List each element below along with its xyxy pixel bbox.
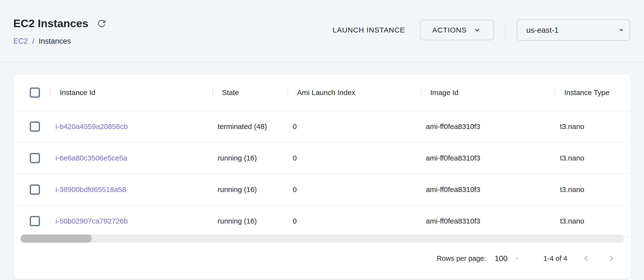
horizontal-scrollbar[interactable] bbox=[20, 234, 625, 243]
pagination: Rows per page: 100 1-4 of 4 bbox=[437, 250, 617, 266]
launch-instance-button[interactable]: LAUNCH INSTANCE bbox=[330, 26, 408, 34]
instance-type-cell: t3.nano bbox=[555, 154, 631, 162]
column-header-image-id[interactable]: Image Id bbox=[420, 74, 555, 111]
pagination-range: 1-4 of 4 bbox=[544, 254, 567, 262]
region-select-value: us-east-1 bbox=[526, 26, 558, 35]
instance-id-link[interactable]: i-6e6a80c3506e5ce5a bbox=[56, 154, 127, 162]
image-id-cell: ami-ff0fea8310f3 bbox=[420, 122, 555, 131]
table-row: i-6e6a80c3506e5ce5a running (16) 0 ami-f… bbox=[14, 143, 631, 174]
column-header-instance-id[interactable]: Instance Id bbox=[50, 74, 212, 111]
column-separator bbox=[555, 89, 556, 97]
scrollbar-thumb[interactable] bbox=[20, 234, 92, 243]
image-id-cell: ami-ff0fea8310f3 bbox=[420, 154, 555, 162]
refresh-icon[interactable] bbox=[96, 18, 108, 30]
image-id-cell: ami-ff0fea8310f3 bbox=[420, 217, 555, 225]
image-id-cell: ami-ff0fea8310f3 bbox=[420, 185, 555, 194]
actions-button[interactable]: ACTIONS bbox=[420, 20, 494, 40]
ami-launch-index-cell: 0 bbox=[288, 217, 420, 225]
state-cell: terminated (48) bbox=[212, 122, 288, 131]
arrow-dropdown-icon bbox=[513, 254, 521, 262]
column-header-ami-launch-index[interactable]: Ami Launch Index bbox=[288, 74, 420, 111]
instances-table-card: Instance Id State Ami Launch Index Image… bbox=[14, 74, 631, 279]
chevron-left-icon bbox=[581, 253, 592, 264]
instance-id-link[interactable]: i-b420a4559a20856cb bbox=[56, 122, 128, 130]
rows-per-page-select[interactable]: 100 bbox=[494, 254, 521, 263]
table-row: i-38900bdfd65518a58 running (16) 0 ami-f… bbox=[14, 174, 631, 206]
chevron-right-icon bbox=[606, 253, 617, 264]
page-header: EC2 Instances EC2 / Instances LAUNCH INS… bbox=[0, 0, 644, 63]
header-controls: LAUNCH INSTANCE ACTIONS us-east-1 bbox=[330, 20, 630, 41]
rows-per-page-value: 100 bbox=[494, 254, 508, 263]
row-checkbox[interactable] bbox=[30, 153, 40, 163]
state-cell: running (16) bbox=[212, 217, 288, 225]
column-separator bbox=[212, 89, 213, 97]
column-separator bbox=[288, 89, 288, 97]
instance-type-cell: t3.nano bbox=[555, 185, 631, 194]
row-checkbox[interactable] bbox=[30, 216, 40, 226]
state-cell: running (16) bbox=[212, 185, 288, 194]
region-select[interactable]: us-east-1 bbox=[517, 20, 630, 41]
ami-launch-index-cell: 0 bbox=[288, 185, 420, 194]
select-all-checkbox[interactable] bbox=[30, 88, 40, 98]
previous-page-button[interactable] bbox=[581, 253, 592, 264]
breadcrumb-ec2-link[interactable]: EC2 bbox=[13, 37, 28, 46]
breadcrumb-current: Instances bbox=[39, 37, 71, 46]
state-cell: running (16) bbox=[212, 154, 288, 162]
instance-id-link[interactable]: i-38900bdfd65518a58 bbox=[56, 185, 126, 193]
ami-launch-index-cell: 0 bbox=[288, 154, 420, 162]
chevron-down-icon bbox=[473, 26, 482, 35]
actions-button-label: ACTIONS bbox=[432, 26, 467, 34]
arrow-dropdown-icon bbox=[616, 25, 626, 35]
column-separator bbox=[50, 89, 51, 97]
instance-id-link[interactable]: i-50b02907ca792726b bbox=[56, 217, 128, 225]
instance-type-cell: t3.nano bbox=[555, 122, 631, 131]
column-header-state[interactable]: State bbox=[212, 74, 288, 111]
column-header-instance-type[interactable]: Instance Type bbox=[555, 74, 631, 111]
row-checkbox[interactable] bbox=[30, 184, 40, 195]
table-row: i-50b02907ca792726b running (16) 0 ami-f… bbox=[14, 206, 631, 237]
instance-type-cell: t3.nano bbox=[555, 217, 631, 225]
ami-launch-index-cell: 0 bbox=[288, 122, 420, 131]
next-page-button[interactable] bbox=[606, 253, 617, 264]
controls-divider bbox=[505, 21, 506, 39]
table-row: i-b420a4559a20856cb terminated (48) 0 am… bbox=[14, 111, 631, 143]
table-header-row: Instance Id State Ami Launch Index Image… bbox=[14, 74, 631, 111]
column-separator bbox=[420, 89, 421, 97]
rows-per-page-label: Rows per page: bbox=[437, 254, 486, 262]
breadcrumb-separator: / bbox=[32, 37, 34, 46]
page-title: EC2 Instances bbox=[13, 18, 88, 30]
select-all-cell bbox=[14, 88, 50, 98]
row-checkbox[interactable] bbox=[30, 121, 40, 132]
